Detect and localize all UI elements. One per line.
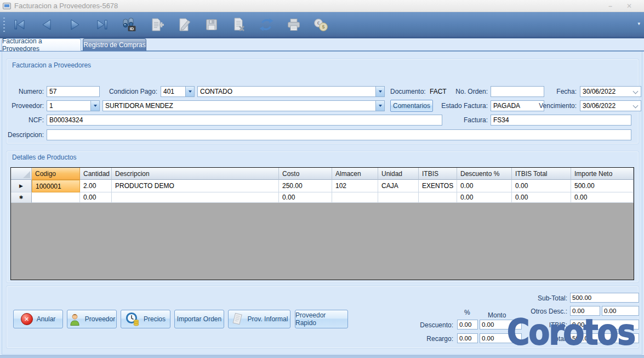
- prov-informal-button[interactable]: Prov. Informal: [228, 310, 290, 328]
- dropdown-button[interactable]: [90, 101, 99, 111]
- main-toolbar: ID: [0, 12, 644, 38]
- recargo-pct-input[interactable]: [457, 333, 478, 343]
- condicion-pago-name-combo[interactable]: CONTADO: [197, 86, 385, 97]
- column-header-descripcion[interactable]: Descripcion: [112, 168, 279, 180]
- column-header-almacen[interactable]: Almacen: [332, 168, 378, 180]
- next-record-button[interactable]: [65, 15, 84, 35]
- ncf-input[interactable]: [47, 115, 442, 126]
- grid-cell-cantidad[interactable]: 2.00: [80, 180, 112, 192]
- first-record-button[interactable]: [10, 15, 29, 35]
- delete-document-button[interactable]: [230, 15, 248, 35]
- column-header-costo[interactable]: Costo: [279, 168, 332, 180]
- minimize-button[interactable]: –: [608, 3, 612, 9]
- grid-cell-itbis[interactable]: EXENTOS: [419, 180, 457, 192]
- proveedor-label: Proveedor:: [7, 102, 44, 110]
- anular-button[interactable]: Anular: [13, 310, 63, 328]
- last-record-button[interactable]: [93, 15, 111, 35]
- button-label: Proveedor: [85, 315, 115, 323]
- grid-cell-unidad[interactable]: CAJA: [378, 180, 419, 192]
- proveedor-rapido-button[interactable]: Proveedor Rapido: [295, 310, 348, 328]
- proveedor-code-combo[interactable]: 1: [47, 100, 100, 111]
- print-button[interactable]: [284, 15, 303, 35]
- grid-cell-unidad[interactable]: [378, 192, 419, 203]
- new-row-indicator-icon[interactable]: ✱: [11, 192, 32, 203]
- current-row-indicator-icon[interactable]: ▶: [11, 180, 32, 192]
- fecha-datepicker[interactable]: 30/06/2022: [580, 86, 641, 97]
- currency-coins-icon: € $: [314, 18, 328, 32]
- toolbar-grip[interactable]: [3, 18, 5, 32]
- factura-input[interactable]: [491, 115, 631, 126]
- grid-cell-itbis-total[interactable]: 0.00: [512, 180, 571, 192]
- column-header-descuento[interactable]: Descuento %: [457, 168, 512, 180]
- grid-cell-costo[interactable]: 250.00: [279, 180, 332, 192]
- column-header-cantidad[interactable]: Cantidad: [80, 168, 112, 180]
- grid-cell-importe-neto[interactable]: 0.00: [571, 192, 634, 203]
- edit-document-icon: [176, 16, 192, 33]
- tab-facturacion-a-proveedores[interactable]: Facturacion a Proveedores: [2, 38, 81, 51]
- grid-cell-itbis[interactable]: [419, 192, 457, 203]
- dropdown-button[interactable]: [375, 87, 384, 96]
- condicion-pago-code-combo[interactable]: 401: [161, 86, 195, 97]
- receipt-icon: [231, 312, 244, 326]
- column-header-importe-neto[interactable]: Importe Neto: [571, 168, 634, 180]
- grid-cell-descuento[interactable]: 0.00: [457, 192, 512, 203]
- chevron-down-icon[interactable]: [633, 89, 639, 94]
- descuento-pct-input[interactable]: [457, 320, 478, 329]
- currency-button[interactable]: € $: [312, 15, 330, 35]
- no-orden-label: No. Orden:: [452, 88, 488, 95]
- column-header-unidad[interactable]: Unidad: [378, 168, 419, 180]
- dropdown-button[interactable]: [185, 87, 194, 96]
- window-bottom-edge: [0, 355, 644, 358]
- grid-cell-importe-neto[interactable]: 500.00: [571, 180, 634, 192]
- grid-cell-almacen[interactable]: 102: [332, 180, 378, 192]
- vencimiento-datepicker[interactable]: 30/06/2022: [580, 100, 641, 111]
- grid-row-new: ✱ 0.00 0.00 0.00 0.00 0.00: [11, 192, 634, 203]
- grid-cell-itbis-total[interactable]: 0.00: [512, 192, 571, 203]
- estado-factura-label: Estado Factura:: [440, 102, 488, 110]
- vencimiento-label: Vencimiento:: [534, 102, 577, 110]
- refresh-button[interactable]: [257, 15, 276, 35]
- descuento-label: Descuento:: [409, 321, 453, 329]
- importar-orden-button[interactable]: Importar Orden: [174, 310, 224, 328]
- save-button[interactable]: [202, 15, 221, 35]
- grid-cell-descripcion[interactable]: PRODUCTO DEMO: [112, 180, 279, 192]
- grid-cell-almacen[interactable]: [332, 192, 378, 203]
- column-header-itbis-total[interactable]: ITBIS Total: [512, 168, 571, 180]
- comentarios-button[interactable]: Comentarios: [390, 100, 433, 112]
- grid-cell-codigo[interactable]: [32, 192, 80, 203]
- grid-cell-descuento[interactable]: 0.00: [457, 180, 512, 192]
- column-header-itbis[interactable]: ITBIS: [419, 168, 457, 180]
- id-badge-label: ID: [130, 26, 134, 31]
- column-header-codigo[interactable]: Codigo: [32, 168, 80, 180]
- toolbar-overflow-button[interactable]: ▾: [637, 21, 640, 26]
- tab-registro-de-compras[interactable]: Registro de Compras: [83, 38, 146, 51]
- precios-button[interactable]: Precios: [121, 310, 170, 328]
- watermark: Corotos: [507, 315, 635, 350]
- close-button[interactable]: ✕: [626, 3, 632, 9]
- no-orden-input[interactable]: [491, 86, 544, 97]
- grid-cell-costo[interactable]: 0.00: [279, 192, 332, 203]
- dropdown-button[interactable]: [375, 101, 384, 111]
- next-record-icon: [66, 16, 83, 33]
- tab-page: Facturacion a Proveedores Numero: Condic…: [2, 52, 642, 355]
- button-label: Comentarios: [393, 102, 430, 110]
- search-by-id-button[interactable]: ID: [120, 15, 139, 35]
- date-value: 30/06/2022: [583, 88, 615, 95]
- edit-document-button[interactable]: [175, 15, 193, 35]
- save-floppy-icon: [203, 16, 220, 33]
- cancel-icon: [21, 313, 33, 325]
- proveedor-button[interactable]: Proveedor: [67, 310, 117, 328]
- row-selector-header[interactable]: [11, 168, 32, 180]
- grid-cell-cantidad[interactable]: 0.00: [80, 192, 112, 203]
- subtotal-input[interactable]: [570, 293, 639, 303]
- grid-cell-descripcion[interactable]: [112, 192, 279, 203]
- chevron-down-icon[interactable]: [633, 103, 639, 109]
- grid-cell-codigo[interactable]: 1000001: [32, 180, 80, 192]
- previous-record-button[interactable]: [38, 15, 56, 35]
- proveedor-name-combo[interactable]: SURTIDORA MENDEZ: [102, 100, 385, 111]
- dollar-coin-icon: $: [319, 22, 328, 31]
- title-bar: Facturacion a Proveedores-5678 – ✕: [0, 0, 644, 12]
- new-document-button[interactable]: [147, 15, 166, 35]
- descripcion-input[interactable]: [47, 129, 631, 140]
- condicion-pago-label: Condicion Pago:: [92, 88, 157, 95]
